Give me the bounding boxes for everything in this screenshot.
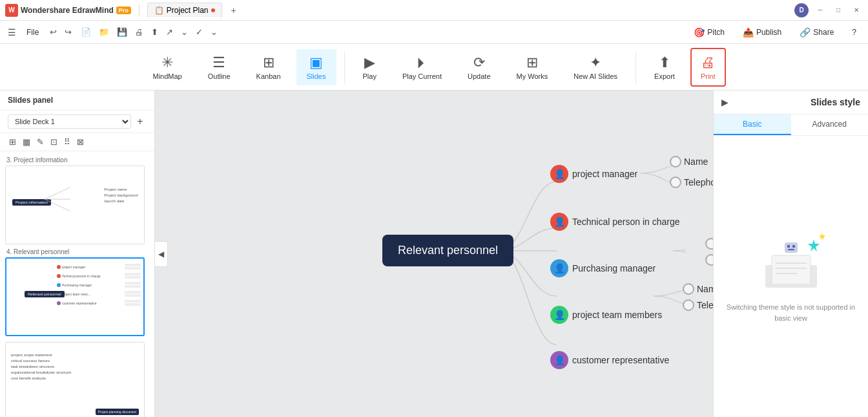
- help-button[interactable]: ?: [845, 25, 863, 39]
- my-works-icon: ⊞: [526, 54, 538, 71]
- new-ai-slides-button[interactable]: ✦ New AI Slides: [563, 49, 628, 85]
- leaf-circle: [683, 299, 694, 311]
- collapse-button[interactable]: ◀: [155, 241, 168, 267]
- outline-button[interactable]: ☰ Outline: [198, 49, 241, 85]
- undo-button[interactable]: ↩: [46, 25, 60, 39]
- new-file-button[interactable]: 📄: [78, 25, 94, 39]
- tool-grid2-button[interactable]: ▦: [21, 136, 32, 148]
- close-button[interactable]: ✕: [850, 4, 863, 17]
- pm-icon: 👤: [550, 165, 568, 183]
- file-menu[interactable]: File: [21, 25, 44, 39]
- leaf-circle: [670, 156, 681, 167]
- play-button[interactable]: ▶ Play: [353, 49, 387, 85]
- slide-item-3[interactable]: 3. Project information Project informati…: [5, 156, 149, 244]
- svg-line-0: [45, 187, 70, 200]
- slide-3-content: Project information Project name Project…: [6, 166, 144, 244]
- svg-rect-4: [772, 255, 811, 284]
- add-deck-button[interactable]: +: [134, 115, 147, 128]
- svg-rect-11: [787, 245, 790, 248]
- ptm-tel-leaf: Telephone: [697, 300, 713, 310]
- ribbon-separator-2: [636, 51, 636, 83]
- svg-marker-9: [819, 233, 825, 240]
- update-button[interactable]: ⟳ Update: [457, 49, 501, 85]
- deck-dropdown[interactable]: Slide Deck 1: [8, 114, 131, 129]
- play-current-button[interactable]: ⏵ Play Current: [392, 49, 452, 85]
- leaf-circle: [705, 254, 713, 266]
- open-button[interactable]: 📁: [96, 25, 112, 39]
- s4-central: Relevant personnel: [25, 291, 65, 297]
- leaf-pm-tel: Telephone: [670, 176, 713, 188]
- more-toolbar-button[interactable]: ⌄: [178, 25, 191, 39]
- tab-advanced[interactable]: Advanced: [791, 114, 869, 135]
- tpc-label: Technical person in charge: [572, 217, 680, 227]
- branch-tpc[interactable]: 👤 Technical person in charge: [550, 213, 680, 231]
- new-tab-button[interactable]: +: [227, 4, 240, 17]
- my-works-button[interactable]: ⊞ My Works: [506, 49, 559, 85]
- tab-icon: 📋: [154, 6, 164, 15]
- share-button[interactable]: 🔗 Share: [793, 25, 840, 40]
- leaf-circle: [705, 238, 713, 250]
- slides-button[interactable]: ▣ Slides: [296, 49, 336, 85]
- print-button[interactable]: 🖨 Print: [690, 48, 726, 87]
- share-toolbar-button[interactable]: ↗: [163, 25, 176, 39]
- slides-panel-header: Slides panel: [0, 91, 154, 111]
- export-label: Export: [654, 72, 675, 80]
- export-button[interactable]: ⬆ Export: [644, 49, 685, 85]
- slide-item-5[interactable]: project scope statement critical success…: [5, 340, 149, 417]
- unsaved-indicator: [211, 8, 215, 12]
- tool-screen-button[interactable]: ⊠: [76, 136, 85, 148]
- sidebar-title: Slides style: [811, 97, 860, 107]
- save-button[interactable]: 💾: [114, 25, 130, 39]
- share-icon: 🔗: [800, 27, 811, 37]
- pm-tel-leaf: Telephone: [684, 177, 713, 187]
- user-avatar[interactable]: D: [794, 3, 809, 17]
- branch-pum[interactable]: 👤 Purchasing manager: [550, 259, 656, 277]
- leaf-ptm-tel: Telephone: [683, 299, 713, 311]
- leaf-ptm-name: Name: [683, 283, 713, 295]
- slide-5-thumb[interactable]: project scope statement critical success…: [5, 342, 145, 417]
- slide-3-thumb[interactable]: Project information Project name Project…: [5, 166, 145, 244]
- logo-icon: W: [5, 4, 18, 17]
- pm-label: project manager: [572, 169, 637, 179]
- export-icon: ⬆: [659, 54, 670, 71]
- export-toolbar-button[interactable]: ⬆: [148, 25, 161, 39]
- project-plan-tab[interactable]: 📋 Project Plan: [147, 3, 222, 17]
- pum-icon: 👤: [550, 259, 568, 277]
- branch-ptm[interactable]: 👤 project team members: [550, 306, 662, 324]
- pitch-button[interactable]: 🎯 Pitch: [687, 25, 731, 40]
- sidebar-toggle-button[interactable]: ▶: [721, 97, 728, 107]
- check-button[interactable]: ✓: [192, 25, 206, 39]
- minimize-button[interactable]: ─: [814, 4, 827, 17]
- slide-4-thumb[interactable]: Relevant personnel project manager: [5, 257, 145, 336]
- publish-button[interactable]: 📤 Publish: [736, 25, 788, 40]
- play-icon: ▶: [364, 54, 375, 71]
- mindmap-label: MindMap: [152, 72, 181, 80]
- branch-pm[interactable]: 👤 project manager: [550, 165, 637, 183]
- dropdown-button[interactable]: ⌄: [207, 25, 221, 39]
- kanban-label: Kanban: [256, 72, 281, 80]
- mindmap-button[interactable]: ✳ MindMap: [142, 49, 192, 85]
- title-bar: W Wondershare EdrawMind Pro 📋 Project Pl…: [0, 0, 868, 21]
- svg-rect-13: [788, 249, 794, 250]
- tool-edit-button[interactable]: ✎: [36, 136, 45, 148]
- tab-basic[interactable]: Basic: [714, 114, 791, 135]
- central-node[interactable]: Relevant personnel: [382, 235, 513, 266]
- kanban-button[interactable]: ⊞ Kanban: [246, 49, 291, 85]
- restore-button[interactable]: □: [832, 4, 845, 17]
- print-toolbar-button[interactable]: 🖨: [132, 25, 147, 39]
- right-actions: 🎯 Pitch 📤 Publish 🔗 Share ?: [687, 25, 863, 40]
- tool-layout-button[interactable]: ⊡: [49, 136, 59, 148]
- slides-label: Slides: [307, 72, 326, 80]
- titlebar-controls: D ─ □ ✕: [794, 3, 863, 17]
- hamburger-menu[interactable]: ☰: [5, 25, 19, 40]
- slide-item-4[interactable]: 4. Relevant personnel Relevant personnel…: [5, 248, 149, 336]
- right-sidebar: ▶ Slides style Basic Advanced: [713, 91, 868, 417]
- tool-grid-button[interactable]: ⊞: [8, 136, 17, 148]
- branch-cr[interactable]: 👤 customer representative: [550, 351, 669, 369]
- pitch-icon: 🎯: [694, 27, 705, 37]
- share-label: Share: [813, 28, 834, 37]
- tool-dots-button[interactable]: ⠿: [63, 136, 72, 148]
- redo-button[interactable]: ↪: [61, 25, 75, 39]
- help-icon: ?: [852, 28, 856, 37]
- app-logo: W Wondershare EdrawMind Pro: [5, 4, 131, 17]
